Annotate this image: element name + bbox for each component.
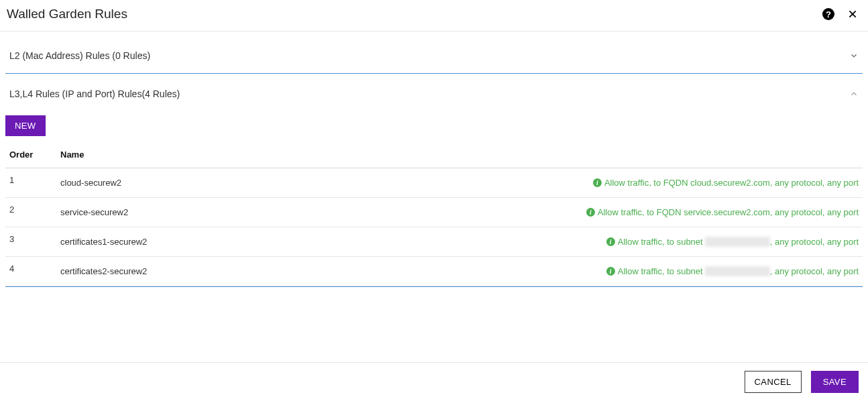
cell-desc: i Allow traffic, to subnet xxx.xxx.xxx.x… (260, 257, 863, 286)
cell-desc: i Allow traffic, to FQDN service.securew… (260, 198, 863, 227)
header-actions: ? (822, 8, 859, 20)
cell-order: 3 (5, 227, 56, 257)
table-head-row: Order Name (5, 143, 863, 168)
info-icon: i (606, 237, 615, 246)
table-row[interactable]: 2 service-securew2 i Allow traffic, to F… (5, 198, 863, 227)
info-icon: i (586, 208, 595, 217)
cell-name: service-securew2 (56, 198, 260, 227)
rules-table: Order Name 1 cloud-securew2 i Allow traf… (5, 143, 863, 286)
section-l2-title: L2 (Mac Address) Rules (0 Rules) (9, 50, 150, 61)
info-icon: i (593, 178, 602, 187)
cell-name: certificates1-securew2 (56, 227, 260, 257)
rule-desc-suffix: , any protocol, any port (770, 266, 859, 276)
rule-description: i Allow traffic, to subnet xxx.xxx.xxx.x… (264, 237, 859, 247)
rule-desc-redacted: xxx.xxx.xxx.x/xx (705, 237, 769, 247)
rule-description: i Allow traffic, to subnet xxx.xxx.xxx.x… (264, 266, 859, 276)
rule-desc-text: Allow traffic, to FQDN cloud.securew2.co… (604, 178, 859, 188)
col-order: Order (5, 143, 56, 168)
close-icon[interactable] (847, 8, 859, 20)
cell-desc: i Allow traffic, to FQDN cloud.securew2.… (260, 168, 863, 198)
rule-description: i Allow traffic, to FQDN cloud.securew2.… (264, 178, 859, 188)
cell-order: 1 (5, 168, 56, 198)
section-l3l4-title: L3,L4 Rules (IP and Port) Rules(4 Rules) (9, 89, 180, 99)
new-rule-button[interactable]: NEW (5, 115, 46, 136)
table-row[interactable]: 1 cloud-securew2 i Allow traffic, to FQD… (5, 168, 863, 198)
cancel-button[interactable]: CANCEL (745, 371, 802, 393)
cell-desc: i Allow traffic, to subnet xxx.xxx.xxx.x… (260, 227, 863, 257)
info-icon: i (606, 267, 615, 276)
cell-order: 4 (5, 257, 56, 286)
page-title: Walled Garden Rules (7, 7, 127, 21)
dialog-footer: CANCEL SAVE (0, 362, 868, 401)
rule-desc-redacted: xxx.xxx.xxx.x/xx (705, 266, 769, 276)
rule-desc-suffix: , any protocol, any port (770, 237, 859, 247)
table-row[interactable]: 4 certificates2-securew2 i Allow traffic… (5, 257, 863, 286)
cell-order: 2 (5, 198, 56, 227)
section-l2-header[interactable]: L2 (Mac Address) Rules (0 Rules) (5, 32, 863, 73)
table-row[interactable]: 3 certificates1-securew2 i Allow traffic… (5, 227, 863, 257)
cell-name: cloud-securew2 (56, 168, 260, 198)
rule-desc-prefix: Allow traffic, to subnet (618, 266, 706, 276)
rule-desc-prefix: Allow traffic, to subnet (618, 237, 706, 247)
dialog-header: Walled Garden Rules ? (0, 0, 868, 32)
help-icon[interactable]: ? (822, 8, 834, 20)
rule-description: i Allow traffic, to FQDN service.securew… (264, 207, 859, 217)
section-l3l4-rules: L3,L4 Rules (IP and Port) Rules(4 Rules)… (5, 74, 863, 287)
section-l3l4-body: NEW Order Name 1 cloud-securew2 (5, 111, 863, 286)
cell-name: certificates2-securew2 (56, 257, 260, 286)
col-name: Name (56, 143, 260, 168)
section-l3l4-header[interactable]: L3,L4 Rules (IP and Port) Rules(4 Rules) (5, 74, 863, 111)
section-l2-rules: L2 (Mac Address) Rules (0 Rules) (5, 32, 863, 74)
chevron-up-icon (849, 89, 859, 99)
dialog-content: L2 (Mac Address) Rules (0 Rules) L3,L4 R… (0, 32, 868, 287)
col-desc (260, 143, 863, 168)
chevron-down-icon (849, 51, 859, 60)
rule-desc-text: Allow traffic, to FQDN service.securew2.… (598, 207, 859, 217)
save-button[interactable]: SAVE (811, 371, 859, 393)
